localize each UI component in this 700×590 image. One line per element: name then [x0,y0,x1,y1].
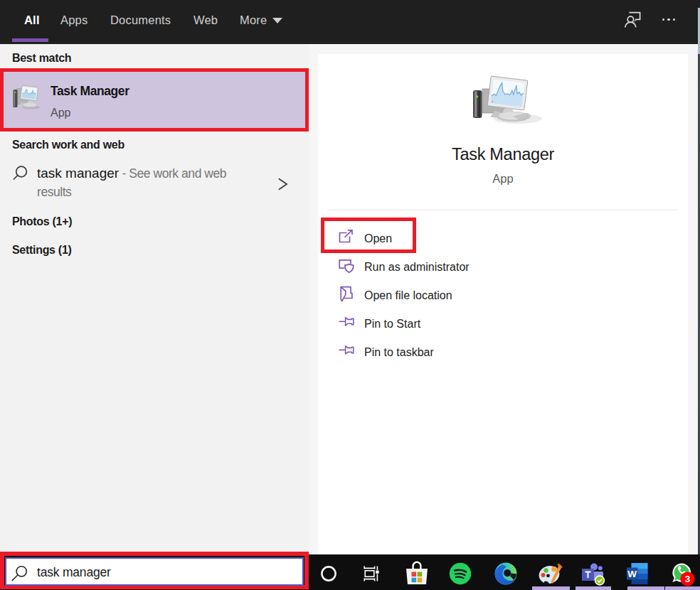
svg-text:W: W [627,569,637,579]
svg-text:3: 3 [685,574,691,584]
